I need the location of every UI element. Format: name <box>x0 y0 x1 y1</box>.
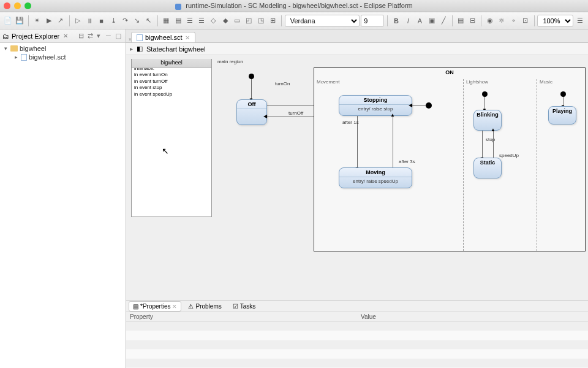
initial-state[interactable] <box>249 74 254 79</box>
misc-button-1[interactable]: ∘ <box>508 15 519 27</box>
entry-point-movement[interactable] <box>426 102 432 109</box>
perspective-button[interactable]: ☰ <box>575 15 586 27</box>
font-size-input[interactable] <box>361 15 384 27</box>
close-icon[interactable]: ✕ <box>185 34 190 41</box>
draw-button-5[interactable]: ◳ <box>255 15 266 27</box>
value-rows <box>357 322 588 368</box>
transition-after-3s[interactable] <box>393 116 393 167</box>
font-select[interactable]: Verdana <box>285 15 360 27</box>
external-button[interactable]: ↗ <box>55 15 66 27</box>
subregion-movement[interactable]: Movement Stopping entry/ raise stop afte… <box>314 79 464 251</box>
table-row[interactable] <box>357 331 588 340</box>
state-on[interactable]: ON Movement Stopping entry/ raise stop a… <box>314 67 586 251</box>
close-icon[interactable]: ✕ <box>172 304 177 310</box>
step-button[interactable]: ⤓ <box>108 15 118 27</box>
table-row[interactable] <box>126 350 357 359</box>
table-row[interactable] <box>126 322 357 331</box>
step-into-button[interactable]: ↘ <box>132 15 142 27</box>
pause-button[interactable]: ⏸ <box>85 15 95 27</box>
autolayout-button[interactable]: ⊟ <box>467 15 478 27</box>
state-playing[interactable]: Playing <box>548 106 576 125</box>
interface-box[interactable]: bigwheel interface: in event turnOn in e… <box>131 59 212 217</box>
tab-problems[interactable]: ⚠ Problems <box>184 301 225 312</box>
disclosure-triangle-icon[interactable]: ▸ <box>13 54 19 60</box>
table-row[interactable] <box>357 340 588 350</box>
simulation-button[interactable]: ⚛ <box>497 15 507 27</box>
align-button-1[interactable]: ▦ <box>161 15 172 27</box>
step-return-button[interactable]: ↖ <box>143 15 154 27</box>
chevron-right-icon[interactable]: ▸ <box>130 45 133 52</box>
main-area: 🗂 Project Explorer ✕ ⊟ ⇄ ▾ ─ ▢ ▾ bigwhee… <box>0 29 588 368</box>
state-moving[interactable]: Moving entry/ raise speedUp <box>339 167 412 188</box>
state-blinking[interactable]: Blinking <box>473 110 502 131</box>
bug-button[interactable]: ✴ <box>32 15 42 27</box>
state-off[interactable]: Off <box>236 99 267 125</box>
window-close-button[interactable] <box>4 2 10 9</box>
line-color-button[interactable]: ╱ <box>439 15 449 27</box>
subregion-lightshow[interactable]: Lightshow Blinking stop speedUp Static <box>464 79 537 251</box>
tree-file-row[interactable]: ▸ bigwheel.sct <box>0 53 126 61</box>
layers-button[interactable]: ▤ <box>456 15 466 27</box>
collapse-all-icon[interactable]: ⊟ <box>78 32 86 40</box>
initial-lightshow[interactable] <box>482 91 488 97</box>
draw-button-4[interactable]: ◰ <box>244 15 254 27</box>
diagram-canvas[interactable]: bigwheel interface: in event turnOn in e… <box>126 55 588 301</box>
font-color-button[interactable]: A <box>415 15 425 27</box>
minimize-view-icon[interactable]: ─ <box>106 32 114 40</box>
align-button-2[interactable]: ▤ <box>173 15 183 27</box>
window-minimize-button[interactable] <box>14 2 21 9</box>
transition-stop[interactable] <box>482 131 483 158</box>
new-button[interactable]: 📄 <box>2 15 13 27</box>
view-menu-icon[interactable]: ▾ <box>97 32 105 40</box>
resume-button[interactable]: ▷ <box>72 15 83 27</box>
draw-layout-button[interactable]: ☰ <box>184 15 195 27</box>
maximize-view-icon[interactable]: ▢ <box>115 32 123 40</box>
transition-initial-playing[interactable] <box>563 97 564 105</box>
draw-button-1[interactable]: ◇ <box>208 15 219 27</box>
transition-speedup[interactable] <box>493 131 494 158</box>
bold-button[interactable]: B <box>391 15 401 27</box>
window-maximize-button[interactable] <box>24 2 31 9</box>
table-row[interactable] <box>357 350 588 359</box>
table-row[interactable] <box>126 331 357 340</box>
link-editor-icon[interactable]: ⇄ <box>88 32 96 40</box>
zoom-select[interactable]: 100% <box>537 15 573 27</box>
project-icon <box>10 45 18 52</box>
app-icon <box>175 4 181 10</box>
table-row[interactable] <box>126 340 357 350</box>
state-stopping[interactable]: Stopping entry/ raise stop <box>339 95 412 116</box>
select-button[interactable]: ☰ <box>197 15 207 27</box>
project-name: bigwheel <box>20 45 46 52</box>
step-over-button[interactable]: ↷ <box>120 15 130 27</box>
state-stopping-entry: entry/ raise stop <box>339 105 412 113</box>
project-explorer-close[interactable]: ✕ <box>62 33 69 39</box>
transition-turn-off[interactable] <box>267 117 314 117</box>
tab-properties[interactable]: ▤ *Properties ✕ <box>129 301 181 312</box>
tree-project-row[interactable]: ▾ bigwheel <box>0 44 126 53</box>
table-row[interactable] <box>357 322 588 331</box>
disclosure-triangle-icon[interactable]: ▾ <box>2 45 9 52</box>
save-button[interactable]: 💾 <box>14 15 24 27</box>
draw-button-6[interactable]: ⊞ <box>267 15 277 27</box>
table-row[interactable] <box>357 359 588 368</box>
editor-tab-bigwheel[interactable]: bigwheel.sct ✕ <box>131 32 195 42</box>
misc-button-2[interactable]: ⊡ <box>520 15 530 27</box>
transition-initial-blinking[interactable] <box>484 97 485 109</box>
subregion-music[interactable]: Music Playing <box>537 79 586 251</box>
run-button[interactable]: ▶ <box>43 15 54 27</box>
stop-button[interactable]: ■ <box>96 15 107 27</box>
state-static[interactable]: Static <box>473 158 502 178</box>
draw-button-2[interactable]: ◆ <box>220 15 230 27</box>
after1s-label: after 1s <box>342 120 359 125</box>
tab-tasks[interactable]: ☑ Tasks <box>228 301 260 312</box>
transition-turn-on[interactable] <box>267 105 314 105</box>
center-button[interactable]: ◉ <box>484 15 495 27</box>
main-region[interactable]: main region Off turnOn turnOff ON <box>216 59 586 255</box>
table-row[interactable] <box>126 359 357 368</box>
initial-music[interactable] <box>560 91 566 97</box>
fill-color-button[interactable]: ▣ <box>426 15 437 27</box>
transition-initial-off[interactable] <box>251 79 252 99</box>
transition-entry-stopping[interactable] <box>412 105 426 106</box>
draw-button-3[interactable]: ▭ <box>232 15 242 27</box>
italic-button[interactable]: I <box>403 15 413 27</box>
